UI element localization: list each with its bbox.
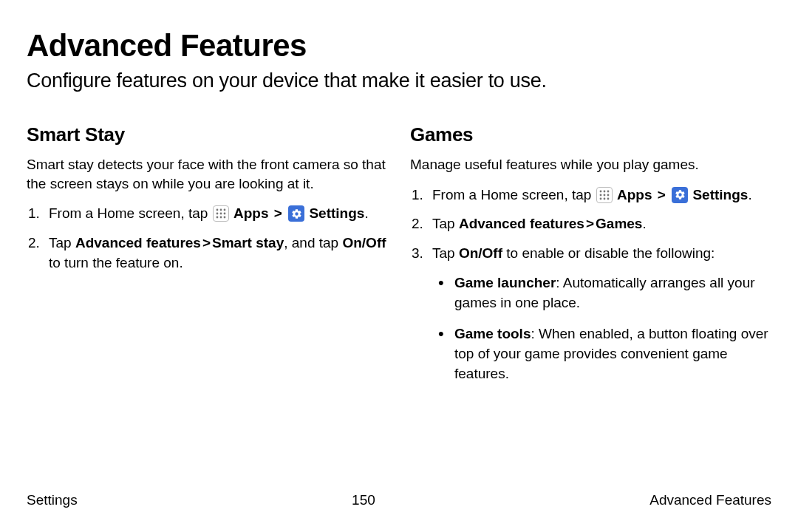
games-intro: Manage useful features while you play ga…	[410, 155, 771, 174]
apps-icon	[213, 205, 229, 222]
svg-point-6	[216, 216, 218, 219]
games-step-1: From a Home screen, tap Apps > Settings.	[410, 185, 771, 205]
content-columns: Smart Stay Smart stay detects your face …	[27, 123, 771, 395]
bullet-label: Game tools	[454, 326, 531, 341]
svg-point-14	[607, 194, 609, 196]
column-smart-stay: Smart Stay Smart stay detects your face …	[27, 123, 388, 395]
step-text: Tap	[432, 216, 459, 231]
step-text: Tap	[49, 235, 75, 250]
caret-icon: >	[273, 205, 284, 221]
bullet-game-launcher: Game launcher: Automatically arranges al…	[438, 273, 771, 313]
footer-right: Advanced Features	[649, 492, 771, 508]
games-steps: From a Home screen, tap Apps > Settings.…	[410, 185, 771, 384]
bold-text: On/Off	[459, 245, 502, 261]
period: .	[364, 205, 368, 221]
bold-text: Smart stay	[212, 235, 284, 250]
games-heading: Games	[410, 123, 771, 146]
svg-point-3	[216, 213, 218, 215]
caret-icon: >	[656, 187, 667, 202]
svg-point-12	[599, 194, 601, 196]
smart-stay-intro: Smart stay detects your face with the fr…	[27, 155, 388, 193]
step-text: Tap	[432, 245, 459, 261]
svg-point-11	[607, 190, 609, 192]
bullet-label: Game launcher	[454, 275, 556, 290]
bold-text: Advanced features	[75, 235, 201, 250]
svg-point-9	[599, 190, 601, 192]
apps-label: Apps	[617, 187, 652, 202]
games-step-3: Tap On/Off to enable or disable the foll…	[410, 243, 771, 384]
svg-point-2	[223, 209, 225, 211]
smart-stay-step-1: From a Home screen, tap Apps > Settings.	[27, 203, 388, 224]
svg-point-0	[216, 209, 218, 211]
svg-point-5	[223, 213, 225, 215]
bold-text: Games	[596, 216, 642, 231]
smart-stay-steps: From a Home screen, tap Apps > Settings.…	[27, 203, 388, 273]
svg-point-7	[219, 216, 222, 219]
apps-label: Apps	[233, 205, 269, 221]
bold-text: Advanced features	[459, 216, 584, 231]
settings-icon	[288, 205, 304, 222]
step-text: to enable or disable the following:	[502, 245, 715, 261]
svg-point-15	[599, 197, 601, 200]
step-text: to turn the feature on.	[49, 255, 183, 270]
svg-point-13	[603, 194, 605, 196]
page-title: Advanced Features	[27, 28, 771, 64]
svg-point-10	[603, 190, 605, 192]
page-footer: Settings 150 Advanced Features	[27, 492, 771, 508]
bullet-game-tools: Game tools: When enabled, a button float…	[438, 324, 771, 383]
step-text: , and tap	[284, 235, 342, 250]
settings-icon	[672, 187, 688, 203]
period: .	[642, 216, 646, 231]
smart-stay-heading: Smart Stay	[27, 123, 388, 146]
svg-point-16	[603, 197, 605, 200]
step-text: From a Home screen, tap	[432, 187, 596, 202]
period: .	[748, 187, 751, 202]
svg-point-4	[219, 213, 222, 215]
settings-label: Settings	[692, 187, 748, 202]
footer-page-number: 150	[352, 492, 375, 508]
smart-stay-step-2: Tap Advanced features>Smart stay, and ta…	[27, 233, 388, 273]
caret-icon: >	[201, 235, 212, 250]
column-games: Games Manage useful features while you p…	[410, 123, 771, 395]
games-step-2: Tap Advanced features>Games.	[410, 214, 771, 234]
settings-label: Settings	[309, 205, 364, 221]
step-text: From a Home screen, tap	[49, 205, 212, 221]
caret-icon: >	[584, 216, 596, 231]
footer-left: Settings	[27, 492, 78, 508]
svg-point-17	[607, 197, 609, 200]
bold-text: On/Off	[342, 235, 386, 250]
apps-icon	[596, 187, 613, 203]
games-bullets: Game launcher: Automatically arranges al…	[432, 273, 771, 383]
page-subtitle: Configure features on your device that m…	[27, 69, 771, 92]
svg-point-1	[219, 209, 222, 211]
svg-point-8	[223, 216, 225, 219]
